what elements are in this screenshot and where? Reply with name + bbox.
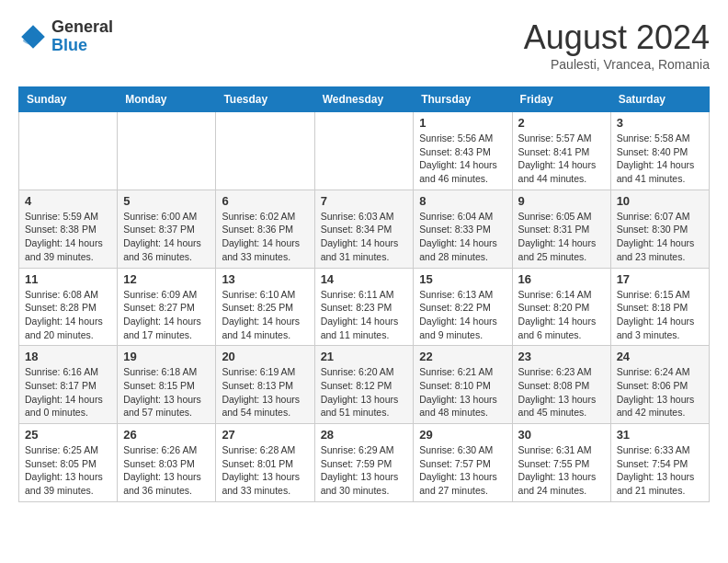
day-info: Sunrise: 5:57 AM Sunset: 8:41 PM Dayligh… (518, 132, 605, 186)
calendar-cell: 14Sunrise: 6:11 AM Sunset: 8:23 PM Dayli… (314, 268, 414, 346)
day-number: 16 (518, 272, 605, 286)
day-info: Sunrise: 6:05 AM Sunset: 8:31 PM Dayligh… (518, 210, 605, 264)
day-info: Sunrise: 6:33 AM Sunset: 7:54 PM Dayligh… (617, 443, 703, 498)
day-info: Sunrise: 6:03 AM Sunset: 8:34 PM Dayligh… (321, 210, 408, 264)
day-info: Sunrise: 6:28 AM Sunset: 8:01 PM Dayligh… (222, 443, 308, 498)
calendar-week-row: 11Sunrise: 6:08 AM Sunset: 8:28 PM Dayli… (19, 268, 710, 346)
day-info: Sunrise: 6:04 AM Sunset: 8:33 PM Dayligh… (419, 210, 506, 264)
month-title: August 2024 (524, 18, 710, 57)
day-info: Sunrise: 6:25 AM Sunset: 8:05 PM Dayligh… (25, 443, 111, 498)
day-info: Sunrise: 6:09 AM Sunset: 8:27 PM Dayligh… (123, 288, 210, 342)
day-number: 7 (321, 194, 408, 208)
calendar-cell (216, 112, 314, 190)
day-info: Sunrise: 5:56 AM Sunset: 8:43 PM Dayligh… (419, 132, 506, 186)
calendar-cell: 13Sunrise: 6:10 AM Sunset: 8:25 PM Dayli… (216, 268, 314, 346)
day-number: 4 (25, 194, 111, 208)
day-number: 17 (617, 272, 703, 286)
calendar-cell: 8Sunrise: 6:04 AM Sunset: 8:33 PM Daylig… (414, 190, 512, 268)
calendar-cell: 21Sunrise: 6:20 AM Sunset: 8:12 PM Dayli… (314, 346, 414, 424)
weekday-header: Tuesday (216, 87, 314, 112)
calendar-cell: 3Sunrise: 5:58 AM Sunset: 8:40 PM Daylig… (610, 112, 709, 190)
day-number: 23 (518, 350, 605, 363)
day-info: Sunrise: 6:29 AM Sunset: 7:59 PM Dayligh… (321, 443, 408, 498)
day-number: 15 (419, 272, 506, 286)
title-block: August 2024 Paulesti, Vrancea, Romania (524, 18, 710, 72)
day-info: Sunrise: 6:00 AM Sunset: 8:37 PM Dayligh… (123, 210, 210, 264)
calendar-header-row: SundayMondayTuesdayWednesdayThursdayFrid… (19, 87, 710, 112)
day-number: 18 (25, 350, 111, 363)
calendar-cell: 1Sunrise: 5:56 AM Sunset: 8:43 PM Daylig… (414, 112, 512, 190)
calendar-cell: 10Sunrise: 6:07 AM Sunset: 8:30 PM Dayli… (610, 190, 709, 268)
calendar-cell: 31Sunrise: 6:33 AM Sunset: 7:54 PM Dayli… (610, 424, 709, 502)
day-number: 20 (222, 350, 308, 363)
day-info: Sunrise: 6:30 AM Sunset: 7:57 PM Dayligh… (419, 443, 506, 498)
day-number: 2 (518, 116, 605, 130)
page-header: General Blue August 2024 Paulesti, Vranc… (18, 18, 710, 72)
day-info: Sunrise: 6:15 AM Sunset: 8:18 PM Dayligh… (617, 288, 703, 342)
calendar-cell: 19Sunrise: 6:18 AM Sunset: 8:15 PM Dayli… (118, 346, 216, 424)
calendar-cell: 28Sunrise: 6:29 AM Sunset: 7:59 PM Dayli… (314, 424, 414, 502)
day-number: 28 (321, 428, 408, 442)
day-info: Sunrise: 6:23 AM Sunset: 8:08 PM Dayligh… (518, 365, 605, 419)
day-info: Sunrise: 6:18 AM Sunset: 8:15 PM Dayligh… (123, 365, 210, 419)
day-number: 27 (222, 428, 308, 442)
day-number: 14 (321, 272, 408, 286)
calendar-week-row: 4Sunrise: 5:59 AM Sunset: 8:38 PM Daylig… (19, 190, 710, 268)
calendar-cell: 18Sunrise: 6:16 AM Sunset: 8:17 PM Dayli… (19, 346, 118, 424)
day-info: Sunrise: 6:02 AM Sunset: 8:36 PM Dayligh… (222, 210, 308, 264)
day-info: Sunrise: 6:11 AM Sunset: 8:23 PM Dayligh… (321, 288, 408, 342)
calendar-cell: 27Sunrise: 6:28 AM Sunset: 8:01 PM Dayli… (216, 424, 314, 502)
calendar-cell: 7Sunrise: 6:03 AM Sunset: 8:34 PM Daylig… (314, 190, 414, 268)
calendar-cell: 16Sunrise: 6:14 AM Sunset: 8:20 PM Dayli… (512, 268, 610, 346)
day-info: Sunrise: 6:07 AM Sunset: 8:30 PM Dayligh… (617, 210, 703, 264)
day-number: 29 (419, 428, 506, 442)
day-number: 10 (617, 194, 703, 208)
day-info: Sunrise: 6:19 AM Sunset: 8:13 PM Dayligh… (222, 365, 308, 419)
calendar-cell: 26Sunrise: 6:26 AM Sunset: 8:03 PM Dayli… (118, 424, 216, 502)
day-number: 1 (419, 116, 506, 130)
day-info: Sunrise: 6:10 AM Sunset: 8:25 PM Dayligh… (222, 288, 308, 342)
logo: General Blue (18, 18, 113, 55)
day-number: 9 (518, 194, 605, 208)
calendar-cell: 22Sunrise: 6:21 AM Sunset: 8:10 PM Dayli… (414, 346, 512, 424)
calendar-cell: 9Sunrise: 6:05 AM Sunset: 8:31 PM Daylig… (512, 190, 610, 268)
day-number: 12 (123, 272, 210, 286)
calendar-cell: 12Sunrise: 6:09 AM Sunset: 8:27 PM Dayli… (118, 268, 216, 346)
location-subtitle: Paulesti, Vrancea, Romania (524, 57, 710, 72)
day-info: Sunrise: 5:59 AM Sunset: 8:38 PM Dayligh… (25, 210, 111, 264)
day-number: 3 (617, 116, 703, 130)
calendar-week-row: 25Sunrise: 6:25 AM Sunset: 8:05 PM Dayli… (19, 424, 710, 502)
logo-icon (18, 22, 48, 52)
day-info: Sunrise: 6:24 AM Sunset: 8:06 PM Dayligh… (617, 365, 703, 419)
day-info: Sunrise: 6:20 AM Sunset: 8:12 PM Dayligh… (321, 365, 408, 419)
day-info: Sunrise: 6:08 AM Sunset: 8:28 PM Dayligh… (25, 288, 111, 342)
day-number: 24 (617, 350, 703, 363)
day-number: 21 (321, 350, 408, 363)
calendar-cell: 15Sunrise: 6:13 AM Sunset: 8:22 PM Dayli… (414, 268, 512, 346)
weekday-header: Thursday (414, 87, 512, 112)
calendar-table: SundayMondayTuesdayWednesdayThursdayFrid… (18, 86, 710, 502)
calendar-cell: 2Sunrise: 5:57 AM Sunset: 8:41 PM Daylig… (512, 112, 610, 190)
day-number: 31 (617, 428, 703, 442)
calendar-cell: 4Sunrise: 5:59 AM Sunset: 8:38 PM Daylig… (19, 190, 118, 268)
calendar-week-row: 18Sunrise: 6:16 AM Sunset: 8:17 PM Dayli… (19, 346, 710, 424)
day-number: 26 (123, 428, 210, 442)
weekday-header: Saturday (610, 87, 709, 112)
day-number: 6 (222, 194, 308, 208)
day-info: Sunrise: 6:14 AM Sunset: 8:20 PM Dayligh… (518, 288, 605, 342)
day-number: 8 (419, 194, 506, 208)
calendar-cell: 23Sunrise: 6:23 AM Sunset: 8:08 PM Dayli… (512, 346, 610, 424)
day-info: Sunrise: 6:13 AM Sunset: 8:22 PM Dayligh… (419, 288, 506, 342)
day-number: 22 (419, 350, 506, 363)
day-number: 11 (25, 272, 111, 286)
calendar-cell: 5Sunrise: 6:00 AM Sunset: 8:37 PM Daylig… (118, 190, 216, 268)
calendar-cell (314, 112, 414, 190)
weekday-header: Friday (512, 87, 610, 112)
logo-text: General Blue (51, 18, 113, 55)
calendar-cell: 30Sunrise: 6:31 AM Sunset: 7:55 PM Dayli… (512, 424, 610, 502)
weekday-header: Sunday (19, 87, 118, 112)
calendar-cell: 11Sunrise: 6:08 AM Sunset: 8:28 PM Dayli… (19, 268, 118, 346)
day-info: Sunrise: 6:26 AM Sunset: 8:03 PM Dayligh… (123, 443, 210, 498)
weekday-header: Wednesday (314, 87, 414, 112)
calendar-cell: 17Sunrise: 6:15 AM Sunset: 8:18 PM Dayli… (610, 268, 709, 346)
